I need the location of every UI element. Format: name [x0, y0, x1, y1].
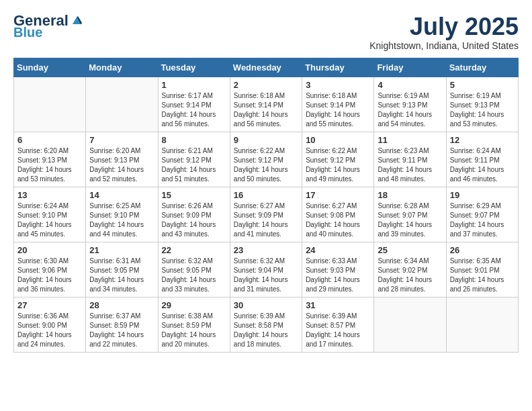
day-info: Sunrise: 6:17 AMSunset: 9:14 PMDaylight:… — [162, 91, 226, 129]
calendar-cell — [374, 297, 446, 352]
day-info: Sunrise: 6:22 AMSunset: 9:12 PMDaylight:… — [234, 146, 298, 184]
day-info: Sunrise: 6:19 AMSunset: 9:13 PMDaylight:… — [378, 91, 442, 129]
calendar-cell: 31Sunrise: 6:39 AMSunset: 8:57 PMDayligh… — [302, 297, 374, 352]
calendar-cell: 4Sunrise: 6:19 AMSunset: 9:13 PMDaylight… — [374, 77, 446, 132]
calendar-cell: 27Sunrise: 6:36 AMSunset: 9:00 PMDayligh… — [14, 297, 86, 352]
day-info: Sunrise: 6:34 AMSunset: 9:02 PMDaylight:… — [378, 257, 442, 294]
day-number: 15 — [162, 190, 226, 200]
calendar-cell: 16Sunrise: 6:27 AMSunset: 9:09 PMDayligh… — [230, 187, 302, 242]
day-header-sunday: Sunday — [14, 58, 86, 77]
day-info: Sunrise: 6:27 AMSunset: 9:09 PMDaylight:… — [234, 201, 298, 239]
calendar-cell: 28Sunrise: 6:37 AMSunset: 8:59 PMDayligh… — [86, 297, 158, 352]
calendar-cell: 17Sunrise: 6:27 AMSunset: 9:08 PMDayligh… — [302, 187, 374, 242]
calendar-cell: 6Sunrise: 6:20 AMSunset: 9:13 PMDaylight… — [14, 132, 86, 187]
day-number: 6 — [17, 135, 82, 145]
day-number: 12 — [450, 135, 515, 145]
day-info: Sunrise: 6:20 AMSunset: 9:13 PMDaylight:… — [89, 146, 154, 184]
calendar-cell: 12Sunrise: 6:24 AMSunset: 9:11 PMDayligh… — [446, 132, 518, 187]
calendar-cell: 14Sunrise: 6:25 AMSunset: 9:10 PMDayligh… — [86, 187, 158, 242]
day-info: Sunrise: 6:27 AMSunset: 9:08 PMDaylight:… — [306, 201, 370, 239]
day-info: Sunrise: 6:32 AMSunset: 9:04 PMDaylight:… — [234, 257, 298, 294]
day-info: Sunrise: 6:30 AMSunset: 9:06 PMDaylight:… — [17, 257, 82, 294]
calendar-cell: 18Sunrise: 6:28 AMSunset: 9:07 PMDayligh… — [374, 187, 446, 242]
logo-blue: Blue — [13, 26, 42, 39]
calendar-cell: 19Sunrise: 6:29 AMSunset: 9:07 PMDayligh… — [446, 187, 518, 242]
day-number: 29 — [162, 300, 226, 310]
day-info: Sunrise: 6:39 AMSunset: 8:57 PMDaylight:… — [306, 312, 370, 349]
day-info: Sunrise: 6:33 AMSunset: 9:03 PMDaylight:… — [306, 257, 370, 294]
day-number: 21 — [89, 245, 154, 255]
day-number: 17 — [306, 190, 370, 200]
day-info: Sunrise: 6:38 AMSunset: 8:59 PMDaylight:… — [162, 312, 226, 349]
calendar-header: SundayMondayTuesdayWednesdayThursdayFrid… — [14, 58, 519, 77]
day-info: Sunrise: 6:32 AMSunset: 9:05 PMDaylight:… — [162, 257, 226, 294]
day-number: 14 — [89, 190, 154, 200]
location: Knightstown, Indiana, United States — [369, 40, 519, 51]
day-info: Sunrise: 6:26 AMSunset: 9:09 PMDaylight:… — [162, 201, 226, 239]
calendar-cell: 7Sunrise: 6:20 AMSunset: 9:13 PMDaylight… — [86, 132, 158, 187]
page-header: General Blue July 2025 Knightstown, Indi… — [13, 13, 519, 51]
calendar-cell: 23Sunrise: 6:32 AMSunset: 9:04 PMDayligh… — [230, 242, 302, 297]
logo-icon — [70, 12, 85, 27]
day-number: 1 — [162, 80, 226, 90]
title-section: July 2025 Knightstown, Indiana, United S… — [369, 13, 519, 51]
day-number: 19 — [450, 190, 515, 200]
calendar-cell: 10Sunrise: 6:22 AMSunset: 9:12 PMDayligh… — [302, 132, 374, 187]
calendar-cell: 20Sunrise: 6:30 AMSunset: 9:06 PMDayligh… — [14, 242, 86, 297]
calendar-cell: 5Sunrise: 6:19 AMSunset: 9:13 PMDaylight… — [446, 77, 518, 132]
day-number: 30 — [234, 300, 298, 310]
day-number: 9 — [234, 135, 298, 145]
day-info: Sunrise: 6:21 AMSunset: 9:12 PMDaylight:… — [162, 146, 226, 184]
day-number: 26 — [450, 245, 515, 255]
day-number: 28 — [89, 300, 154, 310]
day-number: 27 — [17, 300, 82, 310]
day-info: Sunrise: 6:37 AMSunset: 8:59 PMDaylight:… — [89, 312, 154, 349]
day-info: Sunrise: 6:31 AMSunset: 9:05 PMDaylight:… — [89, 257, 154, 294]
day-number: 18 — [378, 190, 442, 200]
day-number: 3 — [306, 80, 370, 90]
day-info: Sunrise: 6:19 AMSunset: 9:13 PMDaylight:… — [450, 91, 515, 129]
calendar-cell: 26Sunrise: 6:35 AMSunset: 9:01 PMDayligh… — [446, 242, 518, 297]
calendar-cell: 29Sunrise: 6:38 AMSunset: 8:59 PMDayligh… — [158, 297, 230, 352]
day-number: 8 — [162, 135, 226, 145]
day-header-saturday: Saturday — [446, 58, 518, 77]
calendar-cell: 11Sunrise: 6:23 AMSunset: 9:11 PMDayligh… — [374, 132, 446, 187]
calendar-cell: 3Sunrise: 6:18 AMSunset: 9:14 PMDaylight… — [302, 77, 374, 132]
calendar-cell: 8Sunrise: 6:21 AMSunset: 9:12 PMDaylight… — [158, 132, 230, 187]
day-header-monday: Monday — [86, 58, 158, 77]
day-info: Sunrise: 6:28 AMSunset: 9:07 PMDaylight:… — [378, 201, 442, 239]
day-info: Sunrise: 6:18 AMSunset: 9:14 PMDaylight:… — [306, 91, 370, 129]
day-number: 24 — [306, 245, 370, 255]
calendar-cell — [86, 77, 158, 132]
day-info: Sunrise: 6:22 AMSunset: 9:12 PMDaylight:… — [306, 146, 370, 184]
calendar-cell: 24Sunrise: 6:33 AMSunset: 9:03 PMDayligh… — [302, 242, 374, 297]
day-info: Sunrise: 6:29 AMSunset: 9:07 PMDaylight:… — [450, 201, 515, 239]
day-info: Sunrise: 6:20 AMSunset: 9:13 PMDaylight:… — [17, 146, 82, 184]
day-number: 31 — [306, 300, 370, 310]
day-header-thursday: Thursday — [302, 58, 374, 77]
day-info: Sunrise: 6:23 AMSunset: 9:11 PMDaylight:… — [378, 146, 442, 184]
day-number: 7 — [89, 135, 154, 145]
calendar-cell: 9Sunrise: 6:22 AMSunset: 9:12 PMDaylight… — [230, 132, 302, 187]
day-number: 4 — [378, 80, 442, 90]
month-title: July 2025 — [369, 13, 519, 40]
calendar-cell: 1Sunrise: 6:17 AMSunset: 9:14 PMDaylight… — [158, 77, 230, 132]
calendar-cell: 30Sunrise: 6:39 AMSunset: 8:58 PMDayligh… — [230, 297, 302, 352]
calendar-cell: 21Sunrise: 6:31 AMSunset: 9:05 PMDayligh… — [86, 242, 158, 297]
day-number: 25 — [378, 245, 442, 255]
calendar-cell: 25Sunrise: 6:34 AMSunset: 9:02 PMDayligh… — [374, 242, 446, 297]
day-number: 22 — [162, 245, 226, 255]
calendar-cell: 22Sunrise: 6:32 AMSunset: 9:05 PMDayligh… — [158, 242, 230, 297]
logo: General Blue — [13, 13, 85, 39]
day-number: 23 — [234, 245, 298, 255]
calendar: SundayMondayTuesdayWednesdayThursdayFrid… — [13, 58, 519, 353]
day-number: 13 — [17, 190, 82, 200]
day-info: Sunrise: 6:18 AMSunset: 9:14 PMDaylight:… — [234, 91, 298, 129]
day-info: Sunrise: 6:35 AMSunset: 9:01 PMDaylight:… — [450, 257, 515, 294]
day-number: 16 — [234, 190, 298, 200]
day-number: 5 — [450, 80, 515, 90]
day-number: 20 — [17, 245, 82, 255]
day-info: Sunrise: 6:36 AMSunset: 9:00 PMDaylight:… — [17, 312, 82, 349]
calendar-cell: 13Sunrise: 6:24 AMSunset: 9:10 PMDayligh… — [14, 187, 86, 242]
calendar-cell: 15Sunrise: 6:26 AMSunset: 9:09 PMDayligh… — [158, 187, 230, 242]
